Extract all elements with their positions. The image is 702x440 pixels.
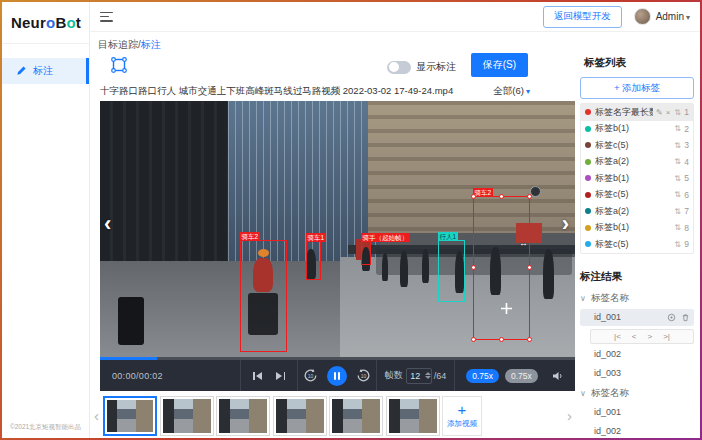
label-filter-dropdown[interactable]: 全部(6)▾ — [493, 85, 530, 98]
thumbs-scroll-right-icon[interactable]: › — [563, 407, 576, 424]
forward-10-icon[interactable]: 10 — [356, 368, 371, 383]
sidebar-item-label: 标注 — [33, 64, 53, 78]
locate-icon[interactable] — [667, 313, 676, 322]
user-avatar[interactable] — [634, 8, 651, 25]
collapse-menu-icon[interactable] — [100, 12, 113, 22]
resize-handle[interactable] — [527, 337, 532, 342]
bbox-label: 骑手（起始帧） — [361, 233, 411, 242]
breadcrumb-parent[interactable]: 目标追踪/ — [98, 39, 141, 50]
resize-handle[interactable] — [471, 194, 476, 199]
main-content: 目标追踪/标注 显示标注 保存(S) 十字路口路口行人 — [90, 32, 576, 438]
thumbs-scroll-left-icon[interactable]: ‹ — [90, 407, 103, 424]
frame-stepper[interactable] — [425, 372, 431, 379]
video-thumbnail-1[interactable] — [103, 396, 157, 436]
label-list-item[interactable]: 标签b(1) ⇅ 2 — [581, 121, 693, 138]
result-item[interactable]: id_002 — [580, 346, 694, 363]
next-video-chevron[interactable]: › — [562, 213, 569, 235]
label-list-item[interactable]: 标签b(1) ⇅ 8 — [581, 220, 693, 237]
scene-person — [400, 251, 408, 287]
label-color-dot — [585, 126, 591, 132]
sort-icon: ⇅ — [674, 124, 681, 133]
add-label-button[interactable]: + 添加标签 — [580, 77, 694, 99]
video-thumbnail-6[interactable] — [386, 396, 440, 436]
result-group-header[interactable]: ∨ 标签名称 — [580, 386, 694, 402]
next-page-icon[interactable]: > — [648, 332, 653, 341]
label-list: 标签名字最长数... ✎ × ⇅ 1 标签b(1) ⇅ 2 标签c( — [580, 103, 694, 254]
last-page-icon[interactable]: >| — [663, 332, 670, 341]
volume-icon[interactable] — [552, 370, 564, 382]
sort-icon: ⇅ — [674, 190, 681, 199]
resize-handle[interactable] — [527, 265, 532, 270]
video-thumbnail-5[interactable] — [329, 396, 383, 436]
logo-part: o — [46, 14, 55, 31]
speed-pill-inactive[interactable]: 0.75x — [505, 369, 538, 383]
result-group-header[interactable]: ∨ 标签名称 — [580, 291, 694, 307]
label-list-item[interactable]: 标签c(5) ⇅ 9 — [581, 236, 693, 253]
sort-icon: ⇅ — [674, 141, 681, 150]
user-menu[interactable]: Admin▾ — [656, 11, 690, 22]
label-list-item[interactable]: 标签a(2) ⇅ 7 — [581, 203, 693, 220]
delete-label-icon[interactable]: × — [666, 108, 671, 117]
rewind-10-icon[interactable]: 10 — [303, 368, 318, 383]
bbox-rider1[interactable]: 骑车1 — [306, 241, 321, 280]
label-list-item[interactable]: 标签c(5) ⇅ 6 — [581, 187, 693, 204]
bbox-rider-startframe[interactable]: 骑手（起始帧） — [361, 241, 371, 265]
app-logo: NeuroBot — [2, 2, 89, 44]
shortcut-number: 4 — [683, 157, 689, 167]
shortcut-number: 8 — [683, 223, 689, 233]
save-button[interactable]: 保存(S) — [471, 53, 528, 77]
resize-handle[interactable] — [471, 265, 476, 270]
chevron-down-icon: ▾ — [686, 13, 690, 22]
video-thumbnail-2[interactable] — [160, 396, 214, 436]
first-page-icon[interactable]: |< — [614, 332, 621, 341]
result-item-selected[interactable]: id_001 — [580, 309, 694, 326]
scene-building-stone — [368, 101, 575, 233]
result-item[interactable]: id_001 — [580, 404, 694, 421]
resize-handle[interactable] — [499, 194, 504, 199]
speed-pill-active[interactable]: 0.75x — [466, 369, 499, 383]
pencil-icon — [16, 65, 27, 78]
sidebar-item-annotate[interactable]: 标注 — [2, 58, 89, 84]
edit-label-icon[interactable]: ✎ — [656, 108, 663, 117]
resize-handle[interactable] — [499, 337, 504, 342]
result-item[interactable]: id_003 — [580, 365, 694, 382]
pause-button[interactable] — [327, 366, 347, 386]
results-title: 标注结果 — [580, 270, 694, 284]
show-annotation-label: 显示标注 — [416, 60, 456, 74]
label-color-dot — [585, 225, 591, 231]
shortcut-number: 6 — [683, 190, 689, 200]
bbox-label: 骑车1 — [306, 233, 327, 242]
prev-frame-icon[interactable] — [253, 372, 262, 380]
label-list-item[interactable]: 标签名字最长数... ✎ × ⇅ 1 — [581, 104, 693, 121]
rect-draw-tool-icon[interactable] — [110, 56, 128, 74]
label-color-dot — [585, 208, 591, 214]
resize-handle[interactable] — [471, 337, 476, 342]
prev-page-icon[interactable]: < — [632, 332, 637, 341]
show-annotation-toggle[interactable] — [387, 61, 411, 74]
label-list-item[interactable]: 标签a(2) ⇅ 4 — [581, 154, 693, 171]
page-frame: NeuroBot 标注 ©2021北京矩视智能出品 返回模型开发 Admin▾ … — [0, 0, 702, 440]
trash-icon[interactable] — [681, 313, 690, 322]
add-video-button[interactable]: + 添加视频 — [442, 396, 482, 436]
shortcut-number: 1 — [683, 107, 689, 117]
annotation-results-section: 标注结果 ∨ 标签名称 id_001 — [580, 270, 694, 439]
next-frame-icon[interactable] — [276, 372, 285, 380]
video-canvas[interactable]: 骑车2 骑车1 骑手（起始帧） 行人1 骑车2 — [100, 101, 575, 357]
box-point-button[interactable] — [530, 186, 541, 197]
label-list-item[interactable]: 标签b(1) ⇅ 5 — [581, 170, 693, 187]
label-list-item[interactable]: 标签c(5) ⇅ 3 — [581, 137, 693, 154]
prev-video-chevron[interactable]: ‹ — [104, 213, 111, 235]
crosshair-cursor-icon — [501, 303, 512, 314]
result-item[interactable]: id_002 — [580, 423, 694, 439]
bbox-rider2-selected[interactable]: 骑车2 — [473, 196, 530, 340]
shortcut-number: 5 — [683, 173, 689, 183]
logo-part: eur — [22, 14, 46, 31]
back-to-model-dev-button[interactable]: 返回模型开发 — [543, 6, 622, 28]
scene-person — [543, 249, 554, 299]
video-thumbnail-3[interactable] — [216, 396, 270, 436]
video-thumbnail-4[interactable] — [273, 396, 327, 436]
logo-part: t — [76, 14, 81, 31]
bbox-pedestrian1[interactable]: 行人1 — [438, 240, 465, 302]
bbox-rider2-left[interactable]: 骑车2 — [240, 240, 287, 352]
frame-total-label: /64 — [434, 371, 447, 381]
